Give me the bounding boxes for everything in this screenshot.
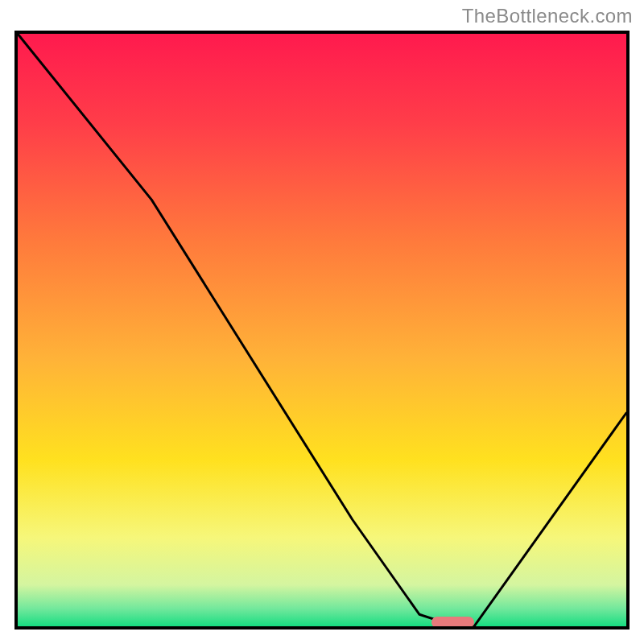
plot-frame: [14, 31, 630, 630]
watermark-text: TheBottleneck.com: [462, 5, 633, 27]
bottleneck-curve: [18, 34, 626, 626]
optimal-range-marker: [431, 617, 474, 628]
chart-stage: TheBottleneck.com: [0, 0, 644, 644]
curve-layer: [18, 34, 626, 626]
